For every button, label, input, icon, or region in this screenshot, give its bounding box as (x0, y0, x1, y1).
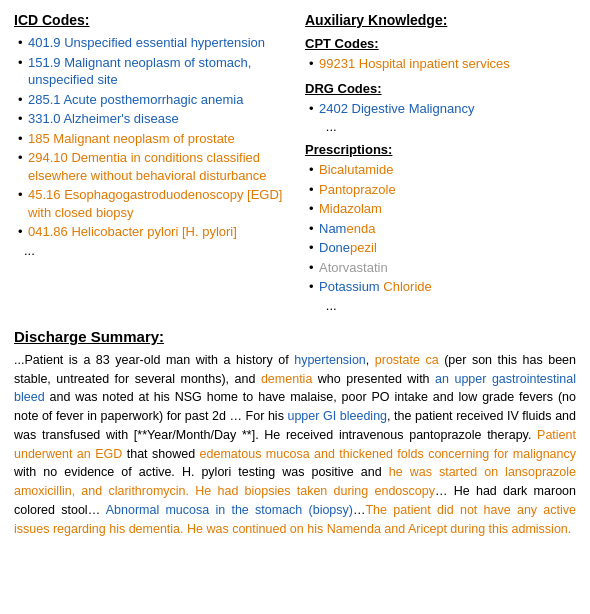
icd-code: 331.0 (28, 111, 61, 126)
icd-desc: Unspecified essential hypertension (64, 35, 265, 50)
rx-item-part: Nam (319, 221, 346, 236)
rx-item-part: enda (346, 221, 375, 236)
list-item: 294.10 Dementia in conditions classified… (18, 149, 285, 184)
icd-title: ICD Codes: (14, 12, 285, 28)
icd-code: 151.9 (28, 55, 61, 70)
rx-item-part: pezil (350, 240, 377, 255)
list-item: 401.9 Unspecified essential hypertension (18, 34, 285, 52)
list-item: 151.9 Malignant neoplasm of stomach, uns… (18, 54, 285, 89)
text-segment: who presented with (312, 372, 435, 386)
list-item: 2402 Digestive Malignancy (309, 100, 576, 118)
highlight-dementia: dementia (261, 372, 312, 386)
highlight-upper-gi: upper GI bleeding (287, 409, 387, 423)
icd-desc: Alzheimer's disease (63, 111, 178, 126)
list-item: Potassium Chloride (309, 278, 576, 296)
list-item: 185 Malignant neoplasm of prostate (18, 130, 285, 148)
list-item: Namenda (309, 220, 576, 238)
auxiliary-title: Auxiliary Knowledge: (305, 12, 576, 28)
text-segment: … (353, 503, 366, 517)
drg-desc: Digestive Malignancy (352, 101, 475, 116)
highlight-abnormal: Abnormal mucosa in the stomach (biopsy) (106, 503, 353, 517)
rx-item-part: Potassium (319, 279, 380, 294)
text-segment: that showed (122, 447, 199, 461)
list-item: 45.16 Esophagogastroduodenoscopy [EGD] w… (18, 186, 285, 221)
discharge-section: Discharge Summary: ...Patient is a 83 ye… (14, 327, 576, 539)
discharge-text: ...Patient is a 83 year-old man with a h… (14, 351, 576, 539)
list-item: 041.86 Helicobacter pylori [H. pylori] (18, 223, 285, 241)
icd-code: 45.16 (28, 187, 61, 202)
text-segment: ...Patient is a 83 year-old man with a h… (14, 353, 294, 367)
icd-code: 401.9 (28, 35, 61, 50)
icd-section: ICD Codes: 401.9 Unspecified essential h… (14, 12, 285, 313)
top-section: ICD Codes: 401.9 Unspecified essential h… (14, 12, 576, 313)
rx-item: Midazolam (319, 201, 382, 216)
drg-subtitle: DRG Codes: (305, 81, 576, 96)
prescriptions-list: Bicalutamide Pantoprazole Midazolam Name… (305, 161, 576, 296)
list-item: 331.0 Alzheimer's disease (18, 110, 285, 128)
cpt-subtitle: CPT Codes: (305, 36, 576, 51)
list-item: Pantoprazole (309, 181, 576, 199)
highlight-edematous: edematous mucosa and thickened folds con… (200, 447, 576, 461)
icd-list: 401.9 Unspecified essential hypertension… (14, 34, 285, 241)
icd-desc: Malignant neoplasm of stomach, unspecifi… (28, 55, 251, 88)
prescriptions-subtitle: Prescriptions: (305, 142, 576, 157)
icd-code: 285.1 (28, 92, 61, 107)
highlight-hypertension: hypertension (294, 353, 366, 367)
icd-ellipsis: ... (24, 243, 285, 258)
text-segment: with no evidence of active. H. pylori te… (14, 465, 389, 479)
icd-desc: Esophagogastroduodenoscopy [EGD] with cl… (28, 187, 282, 220)
icd-desc: Malignant neoplasm of prostate (53, 131, 234, 146)
cpt-code: 99231 (319, 56, 355, 71)
text-segment: , (366, 353, 375, 367)
highlight-prostate-ca: prostate ca (375, 353, 439, 367)
list-item: Bicalutamide (309, 161, 576, 179)
list-item: 285.1 Acute posthemorrhagic anemia (18, 91, 285, 109)
rx-item: Bicalutamide (319, 162, 393, 177)
discharge-title: Discharge Summary: (14, 328, 576, 345)
rx-item-part: Chloride (380, 279, 432, 294)
rx-item: Atorvastatin (319, 260, 388, 275)
cpt-desc: Hospital inpatient services (359, 56, 510, 71)
drg-ellipsis: ... (315, 119, 576, 134)
icd-desc: Helicobacter pylori [H. pylori] (71, 224, 236, 239)
list-item: Atorvastatin (309, 259, 576, 277)
list-item: 99231 Hospital inpatient services (309, 55, 576, 73)
icd-desc: Acute posthemorrhagic anemia (63, 92, 243, 107)
icd-code: 294.10 (28, 150, 68, 165)
rx-item: Pantoprazole (319, 182, 396, 197)
drg-code: 2402 (319, 101, 348, 116)
drg-list: 2402 Digestive Malignancy (305, 100, 576, 118)
auxiliary-section: Auxiliary Knowledge: CPT Codes: 99231 Ho… (305, 12, 576, 313)
list-item: Donepezil (309, 239, 576, 257)
rx-item-part: Done (319, 240, 350, 255)
rx-ellipsis: ... (315, 298, 576, 313)
cpt-list: 99231 Hospital inpatient services (305, 55, 576, 73)
list-item: Midazolam (309, 200, 576, 218)
icd-code: 041.86 (28, 224, 68, 239)
icd-code: 185 (28, 131, 50, 146)
